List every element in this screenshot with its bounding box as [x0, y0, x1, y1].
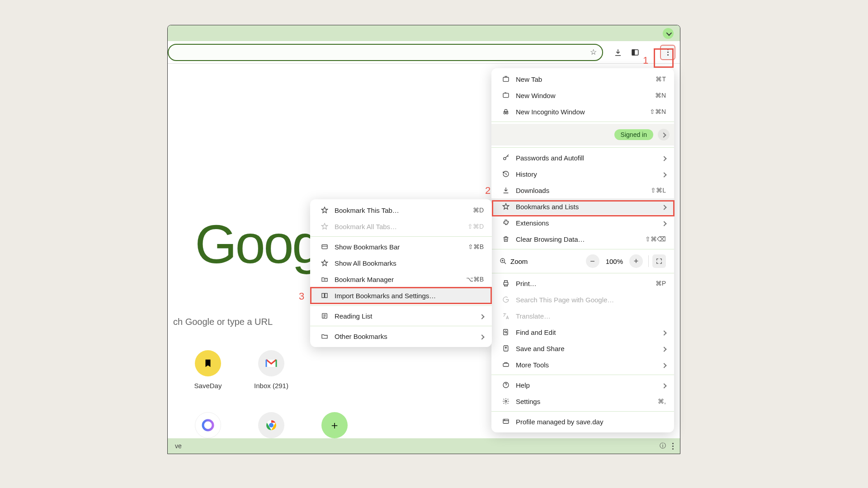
menu-item-label: Search This Page with Google… [516, 296, 666, 304]
menu-item-downloads[interactable]: Downloads⇧⌘L [491, 182, 674, 198]
menu-item-clear-browsing-data[interactable]: Clear Browsing Data…⇧⌘⌫ [491, 231, 674, 247]
zoom-out-button[interactable]: − [586, 254, 599, 268]
svg-rect-11 [504, 282, 508, 285]
menu-item-new-incognito-window[interactable]: New Incognito Window⇧⌘N [491, 103, 674, 120]
menu-item-find-and-edit[interactable]: Find and Edit [491, 324, 674, 340]
separator [491, 249, 674, 249]
menu-item-label: Passwords and Autofill [516, 154, 662, 162]
annotation-2: 2 [485, 185, 491, 197]
menu-item-import-bookmarks-and-settings[interactable]: Import Bookmarks and Settings… [310, 287, 492, 304]
menu-item-bookmarks-and-lists[interactable]: Bookmarks and Lists [491, 198, 674, 215]
address-bar[interactable] [168, 44, 603, 61]
svg-point-8 [506, 112, 508, 114]
history-icon [500, 170, 512, 178]
chrome-store-icon [258, 412, 284, 438]
menu-item-label: Reading List [335, 312, 480, 320]
menu-item-label: Save and Share [516, 345, 662, 352]
menu-item-label: Settings [516, 398, 658, 405]
shortcut-inbox[interactable]: Inbox (291) [255, 350, 287, 389]
svg-point-17 [505, 400, 507, 402]
svg-rect-21 [325, 293, 327, 297]
kebab-menu-button[interactable] [660, 45, 675, 60]
menu-item-profile-managed-by-save-day[interactable]: Profile managed by save.day [491, 413, 674, 430]
star-icon [318, 206, 331, 214]
svg-rect-12 [504, 329, 508, 335]
separator [491, 375, 674, 375]
chevron-right-icon [662, 361, 666, 369]
menu-item-passwords-and-autofill[interactable]: Passwords and Autofill [491, 150, 674, 166]
search-box[interactable]: ch Google or type a URL [168, 309, 317, 334]
menu-item-bookmark-manager[interactable]: Bookmark Manager⌥⌘B [310, 271, 492, 287]
chevron-right-icon [662, 345, 666, 352]
separator [491, 411, 674, 412]
menu-item-shortcut: ⌥⌘B [466, 276, 484, 283]
bookmark-star-icon[interactable] [589, 48, 598, 57]
menu-item-show-all-bookmarks[interactable]: Show All Bookmarks [310, 255, 492, 271]
svg-rect-5 [503, 77, 509, 81]
menu-item-label: New Window [516, 92, 655, 99]
menu-item-label: Downloads [516, 187, 651, 194]
zoom-in-button[interactable]: + [629, 254, 643, 268]
menu-item-label: Show Bookmarks Bar [335, 243, 468, 251]
menu-item-label: Other Bookmarks [335, 333, 480, 340]
bookmarks-submenu: Bookmark This Tab…⌘DBookmark All Tabs…⇧⌘… [310, 199, 492, 347]
menu-item-help[interactable]: Help [491, 377, 674, 393]
menu-item-history[interactable]: History [491, 166, 674, 182]
menu-item-reading-list[interactable]: Reading List [310, 308, 492, 324]
star-icon [500, 203, 512, 210]
chevron-right-icon [658, 129, 670, 141]
menu-item-extensions[interactable]: Extensions [491, 215, 674, 231]
zoom-percent: 100% [606, 258, 623, 265]
menu-item-label: Translate… [516, 312, 666, 320]
find-icon [500, 328, 512, 336]
downloads-button[interactable] [610, 45, 626, 60]
info-icon[interactable]: ⓘ [660, 442, 666, 450]
menu-item-bookmark-this-tab[interactable]: Bookmark This Tab…⌘D [310, 202, 492, 218]
star-outline-icon [318, 223, 331, 230]
menu-item-more-tools[interactable]: More Tools [491, 357, 674, 373]
menu-item-save-and-share[interactable]: Save and Share [491, 340, 674, 357]
shortcut-label: Inbox (291) [254, 382, 288, 389]
menu-item-label: Bookmarks and Lists [516, 203, 662, 211]
svg-rect-6 [503, 93, 509, 97]
svg-rect-19 [322, 244, 327, 249]
sidepanel-button[interactable] [627, 45, 643, 60]
menu-group: Passwords and AutofillHistoryDownloads⇧⌘… [491, 150, 674, 247]
chevron-right-icon [480, 312, 484, 320]
menu-item-show-bookmarks-bar[interactable]: Show Bookmarks Bar⇧⌘B [310, 239, 492, 255]
menu-item-label: New Tab [516, 75, 656, 83]
menu-item-shortcut: ⇧⌘D [467, 223, 484, 230]
menu-item-label: Bookmark This Tab… [335, 206, 473, 214]
key-icon [500, 154, 512, 161]
tab-search-button[interactable] [663, 28, 674, 39]
menu-item-shortcut: ⇧⌘L [651, 187, 666, 194]
menu-item-new-window[interactable]: New Window⌘N [491, 87, 674, 103]
menu-item-label: Bookmark Manager [335, 276, 466, 283]
annotation-3: 3 [299, 291, 304, 302]
trash-icon [500, 235, 512, 243]
menu-item-label: Extensions [516, 219, 662, 227]
menu-item-label: New Incognito Window [516, 108, 650, 116]
menu-item-new-tab[interactable]: New Tab⌘T [491, 71, 674, 87]
import-icon [318, 292, 331, 299]
translate-icon [500, 312, 512, 319]
menu-item-other-bookmarks[interactable]: Other Bookmarks [310, 328, 492, 344]
chevron-right-icon [662, 170, 666, 178]
extension-icon [500, 219, 512, 226]
kebab-icon[interactable] [672, 443, 674, 450]
menu-item-bookmark-all-tabs[interactable]: Bookmark All Tabs…⇧⌘D [310, 218, 492, 235]
menu-item-search-this-page-with-google[interactable]: Search This Page with Google… [491, 291, 674, 308]
shortcut-saveday[interactable]: SaveDay [192, 350, 224, 389]
menu-item-label: History [516, 170, 662, 178]
google-icon [500, 296, 512, 303]
menu-item-translate[interactable]: Translate… [491, 308, 674, 324]
downloads-icon [500, 187, 512, 194]
reading-list-icon [318, 312, 331, 319]
fullscreen-button[interactable] [652, 254, 666, 268]
account-row[interactable]: Signed in [491, 124, 674, 145]
tools-icon [500, 361, 512, 368]
menu-item-settings[interactable]: Settings⌘, [491, 393, 674, 409]
menu-item-label: Show All Bookmarks [335, 259, 484, 267]
svg-rect-18 [503, 419, 509, 423]
menu-item-print[interactable]: Print…⌘P [491, 275, 674, 291]
